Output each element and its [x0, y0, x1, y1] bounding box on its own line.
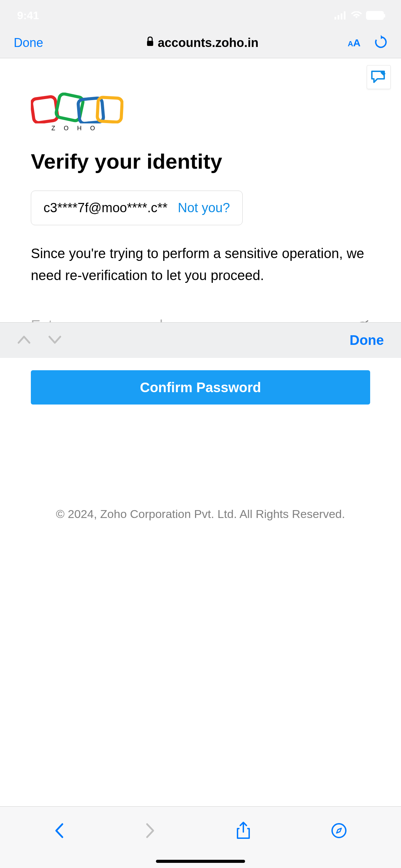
cellular-signal-icon: [335, 11, 347, 20]
share-button[interactable]: [236, 822, 251, 840]
url-container[interactable]: accounts.zoho.in: [57, 36, 348, 50]
refresh-button[interactable]: [374, 35, 387, 51]
masked-email: c3****7f@moo****.c**: [44, 201, 168, 215]
status-icons: [335, 11, 384, 20]
svg-rect-5: [31, 96, 58, 123]
keyboard-accessory-bar: Done: [0, 322, 401, 358]
keyboard-done-button[interactable]: Done: [350, 333, 384, 348]
prev-field-button[interactable]: [17, 335, 31, 346]
feedback-button[interactable]: [367, 65, 391, 89]
svg-rect-3: [344, 11, 345, 20]
svg-rect-2: [341, 13, 342, 20]
safari-compass-button[interactable]: [331, 823, 347, 839]
browser-bottom-toolbar: [0, 806, 401, 868]
confirm-password-button[interactable]: Confirm Password: [31, 370, 370, 405]
not-you-link[interactable]: Not you?: [178, 201, 230, 215]
text-size-button[interactable]: AA: [348, 37, 361, 49]
browser-address-bar: Done accounts.zoho.in AA: [0, 27, 401, 58]
zoho-logo: Z O H O: [31, 93, 370, 132]
lock-icon: [146, 36, 154, 49]
page-content: Z O H O Verify your identity c3****7f@mo…: [0, 58, 401, 355]
description-text: Since you're trying to perform a sensiti…: [31, 242, 370, 286]
footer-copyright: © 2024, Zoho Corporation Pvt. Ltd. All R…: [0, 507, 401, 521]
battery-icon: [366, 11, 384, 20]
status-time: 9:41: [17, 9, 39, 22]
done-button[interactable]: Done: [14, 36, 43, 50]
email-identity-box: c3****7f@moo****.c** Not you?: [31, 191, 243, 225]
status-bar: 9:41: [0, 0, 401, 27]
url-text: accounts.zoho.in: [158, 36, 258, 50]
forward-button[interactable]: [145, 823, 155, 839]
wifi-icon: [351, 11, 362, 20]
svg-rect-0: [335, 17, 336, 20]
logo-text: Z O H O: [51, 125, 370, 132]
svg-rect-4: [147, 41, 153, 46]
svg-point-11: [332, 824, 346, 837]
svg-rect-1: [338, 15, 339, 20]
home-indicator[interactable]: [156, 860, 245, 863]
page-title: Verify your identity: [31, 149, 370, 173]
next-field-button[interactable]: [48, 335, 62, 346]
back-button[interactable]: [54, 823, 64, 839]
